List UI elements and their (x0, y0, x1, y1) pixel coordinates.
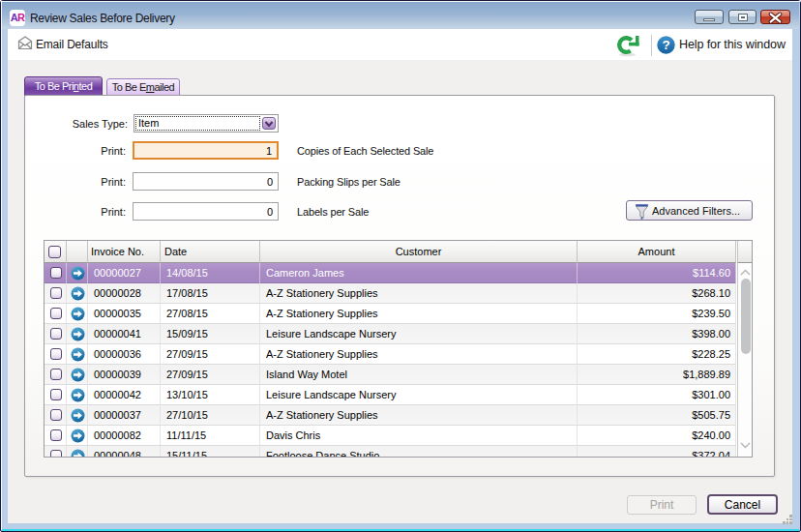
svg-text:?: ? (662, 38, 669, 52)
